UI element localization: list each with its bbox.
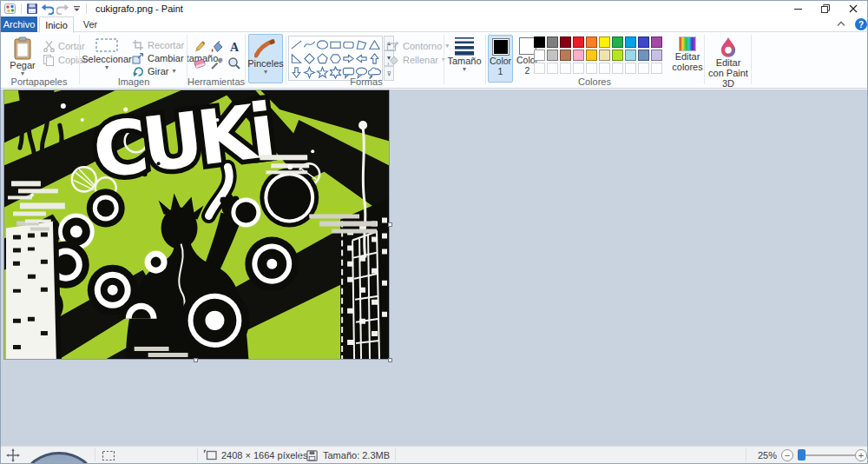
canvas-resize-handle-bottom[interactable] <box>194 358 198 362</box>
outline-label: Contorno <box>403 41 442 51</box>
canvas-artwork[interactable]: CUKi <box>4 90 389 359</box>
group-divider <box>751 35 752 84</box>
tab-inicio[interactable]: Inicio <box>39 17 74 33</box>
tab-ver[interactable]: Ver <box>76 17 105 32</box>
canvas-resize-handle-right[interactable] <box>388 222 392 227</box>
arrow-left-icon <box>355 52 368 65</box>
shape-pentagon[interactable] <box>316 51 329 65</box>
tool-pencil[interactable] <box>192 39 207 55</box>
palette-rojo-oscuro[interactable] <box>560 36 571 48</box>
crop-button[interactable]: Recortar <box>132 38 184 51</box>
brushes-button[interactable]: Pinceles <box>248 34 283 83</box>
outline-button[interactable]: Contorno <box>386 39 449 52</box>
selection-size-pane <box>102 447 115 464</box>
palette-purpura[interactable] <box>651 36 662 48</box>
size-button[interactable]: Tamaño <box>445 34 483 73</box>
palette-amarillo[interactable] <box>599 36 610 48</box>
zoom-percentage: 25% <box>758 450 777 461</box>
palette-oro[interactable] <box>586 50 597 61</box>
color1-button[interactable]: Color 1 <box>488 35 513 83</box>
shape-arrow-right[interactable] <box>342 51 355 65</box>
tool-fill[interactable] <box>209 39 225 55</box>
shape-fill-button[interactable]: Rellenar <box>386 53 445 66</box>
shape-rounded-rectangle[interactable] <box>342 37 355 51</box>
save-button[interactable] <box>26 3 38 15</box>
titlebar: cukigrafo.png - Paint <box>1 1 867 17</box>
tool-text[interactable]: A <box>227 39 242 55</box>
shape-right-triangle[interactable] <box>290 51 303 65</box>
redo-button[interactable] <box>56 3 69 15</box>
restore-button[interactable] <box>812 1 839 17</box>
rotate-button[interactable]: Girar <box>132 64 175 77</box>
palette-empty-slot[interactable] <box>573 63 584 74</box>
separator <box>21 3 22 14</box>
paint3d-button[interactable]: Editar con Paint 3D <box>707 34 749 89</box>
palette-empty-slot[interactable] <box>625 63 636 74</box>
shape-ellipse[interactable] <box>316 37 329 51</box>
brush-icon <box>254 37 277 58</box>
close-button[interactable] <box>839 1 867 17</box>
tool-magnifier[interactable] <box>227 56 242 71</box>
shape-arrow-up[interactable] <box>368 51 381 65</box>
palette-blanco[interactable] <box>534 50 545 61</box>
fill-icon <box>386 54 399 66</box>
palette-azul-gris[interactable] <box>638 50 649 61</box>
quick-access-toolbar <box>1 3 89 15</box>
image-dimensions: 2408 × 1664 píxeles <box>221 450 307 461</box>
palette-empty-slot[interactable] <box>586 63 597 74</box>
canvas[interactable]: CUKi <box>4 90 389 359</box>
shape-diamond[interactable] <box>303 51 316 65</box>
palette-empty-slot[interactable] <box>612 63 623 74</box>
shape-rectangle[interactable] <box>329 37 342 51</box>
resize-icon <box>132 52 144 64</box>
tool-eraser[interactable] <box>192 56 207 71</box>
shape-triangle[interactable] <box>368 37 381 51</box>
palette-lima[interactable] <box>612 50 623 61</box>
shape-polygon[interactable] <box>355 37 368 51</box>
zoom-in-button[interactable] <box>855 449 867 461</box>
select-button[interactable]: Seleccionar <box>84 34 129 71</box>
collapse-ribbon-button[interactable] <box>836 20 846 28</box>
shape-curve[interactable] <box>303 37 316 51</box>
palette-rojo[interactable] <box>573 36 584 48</box>
help-button[interactable] <box>855 18 867 30</box>
workspace: CUKi <box>1 89 867 447</box>
palette-empty-slot[interactable] <box>599 63 610 74</box>
zoom-slider-thumb[interactable] <box>798 449 806 461</box>
palette-empty-slot[interactable] <box>547 63 558 74</box>
palette-rosa[interactable] <box>573 50 584 61</box>
palette-gris-50[interactable] <box>547 36 558 48</box>
palette-marron[interactable] <box>560 50 571 61</box>
group-label-imagen: Imagen <box>81 76 187 87</box>
palette-empty-slot[interactable] <box>534 63 545 74</box>
shape-arrow-left[interactable] <box>355 51 368 65</box>
zoom-out-button[interactable] <box>781 449 793 461</box>
palette-turquesa[interactable] <box>625 36 636 48</box>
tab-archivo[interactable]: Archivo <box>1 17 37 32</box>
text-tool-icon: A <box>227 40 241 54</box>
palette-empty-slot[interactable] <box>560 63 571 74</box>
palette-indigo[interactable] <box>638 36 649 48</box>
palette-lavanda[interactable] <box>651 50 662 61</box>
edit-colors-button[interactable]: Editar colores <box>671 34 704 72</box>
paste-button[interactable]: Pegar <box>5 34 40 77</box>
palette-empty-slot[interactable] <box>651 63 662 74</box>
palette-empty-slot[interactable] <box>638 63 649 74</box>
shape-hexagon[interactable] <box>329 51 342 65</box>
palette-naranja[interactable] <box>586 36 597 48</box>
canvas-resize-handle-corner[interactable] <box>388 358 392 362</box>
palette-verde[interactable] <box>612 36 623 48</box>
undo-button[interactable] <box>41 3 54 15</box>
group-divider <box>286 35 286 84</box>
palette-gris-25[interactable] <box>547 50 558 61</box>
qat-customize-button[interactable] <box>72 4 82 13</box>
zoom-slider[interactable] <box>801 454 855 456</box>
zoom-level: 25% <box>758 447 777 464</box>
minimize-button[interactable] <box>784 1 812 17</box>
shape-line[interactable] <box>290 37 303 51</box>
palette-turquesa-claro[interactable] <box>625 50 636 61</box>
tool-color-picker[interactable] <box>209 56 225 71</box>
image-size-pane: 2408 × 1664 píxeles <box>203 447 307 464</box>
palette-negro[interactable] <box>534 36 545 48</box>
palette-amarillo-claro[interactable] <box>599 50 610 61</box>
